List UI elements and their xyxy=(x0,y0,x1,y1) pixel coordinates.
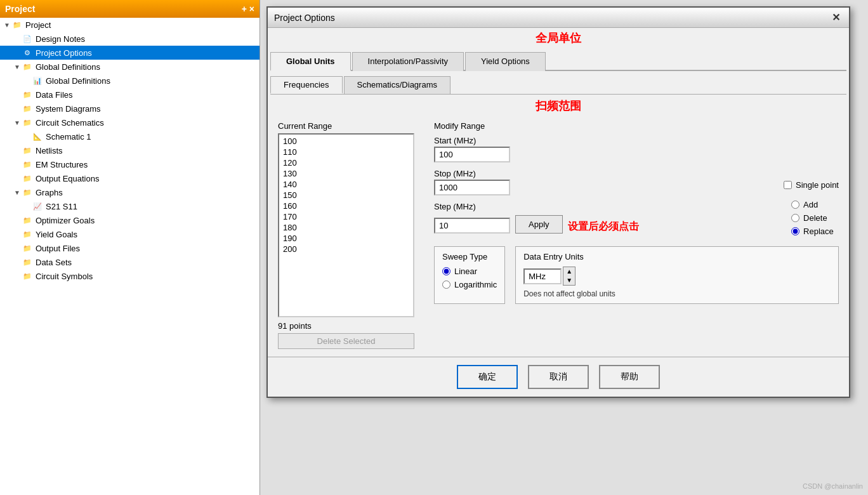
tree-item-graphs[interactable]: ▼📁Graphs xyxy=(0,185,260,199)
main-tab-bar: Global Units Interpolation/Passivity Yie… xyxy=(270,51,846,71)
single-point-group: Single point xyxy=(784,180,839,190)
replace-label: Replace xyxy=(803,227,834,236)
range-list-item[interactable]: 100 xyxy=(280,136,412,147)
icon-yield-goals: 📁 xyxy=(22,229,33,239)
tree-item-yield-goals[interactable]: 📁Yield Goals xyxy=(0,227,260,241)
tree-item-circuit-schematics[interactable]: ▼📁Circuit Schematics xyxy=(0,116,260,129)
tab-interpolation[interactable]: Interpolation/Passivity xyxy=(352,52,464,71)
dialog-content: Current Range 10011012013014015016017018… xyxy=(268,114,849,357)
range-list-item[interactable]: 160 xyxy=(280,201,412,211)
tree-item-s21-s11[interactable]: 📈S21 S11 xyxy=(0,199,260,213)
range-list-item[interactable]: 190 xyxy=(280,233,412,244)
panel-pin-icon[interactable]: + xyxy=(242,4,247,14)
icon-circuit-symbols: 📁 xyxy=(22,271,33,281)
expander-graphs[interactable]: ▼ xyxy=(13,188,22,197)
tab-global-units[interactable]: Global Units xyxy=(270,52,351,71)
single-point-label: Single point xyxy=(796,180,839,190)
stop-group: Stop (MHz) xyxy=(434,169,773,195)
range-listbox[interactable]: 100110120130140150160170180190200 xyxy=(278,133,414,317)
stop-input[interactable] xyxy=(434,180,510,195)
logarithmic-radio[interactable] xyxy=(442,280,450,289)
range-list-item[interactable]: 110 xyxy=(280,147,412,157)
dialog-close-button[interactable]: ✕ xyxy=(829,11,843,23)
tree-item-output-equations[interactable]: 📁Output Equations xyxy=(0,171,260,185)
step-input[interactable] xyxy=(434,218,510,234)
tree-item-design-notes[interactable]: 📄Design Notes xyxy=(0,32,260,46)
apply-button[interactable]: Apply xyxy=(515,215,563,234)
spinbox-arrows: ▲ ▼ xyxy=(563,267,575,286)
spinbox-up-button[interactable]: ▲ xyxy=(563,267,575,276)
expander-project-root[interactable]: ▼ xyxy=(3,20,11,29)
data-entry-input[interactable] xyxy=(523,268,562,284)
tree-item-data-sets[interactable]: 📁Data Sets xyxy=(0,255,260,269)
icon-output-equations: 📁 xyxy=(22,173,33,183)
label-global-defs-folder: Global Definitions xyxy=(36,62,100,72)
mid-right: Single point Add Delete xyxy=(784,136,839,240)
tab-yield-options[interactable]: Yield Options xyxy=(465,52,546,71)
panel-title: Project xyxy=(5,4,35,14)
tree-item-project-root[interactable]: ▼📁Project xyxy=(0,18,260,32)
step-label: Step (MHz) xyxy=(434,202,773,211)
sweep-annotation: 扫频范围 xyxy=(268,95,849,114)
tree-item-output-files[interactable]: 📁Output Files xyxy=(0,241,260,255)
tree-item-circuit-symbols[interactable]: 📁Circuit Symbols xyxy=(0,269,260,283)
range-list-item[interactable]: 150 xyxy=(280,190,412,201)
tree-item-em-structures[interactable]: 📁EM Structures xyxy=(0,157,260,171)
range-list-item[interactable]: 200 xyxy=(280,244,412,254)
panel-controls: + × xyxy=(242,4,254,14)
label-netlists: Netlists xyxy=(36,146,63,155)
subtab-schematics[interactable]: Schematics/Diagrams xyxy=(344,76,450,94)
label-global-defs-item: Global Definitions xyxy=(46,76,110,86)
confirm-button[interactable]: 确定 xyxy=(457,365,518,389)
step-group: Step (MHz) Apply 设置后必须点击 xyxy=(434,202,773,234)
linear-radio[interactable] xyxy=(442,267,450,275)
delete-radio[interactable] xyxy=(791,214,799,222)
subtab-frequencies[interactable]: Frequencies xyxy=(270,76,343,94)
replace-radio[interactable] xyxy=(791,227,799,235)
expander-circuit-schematics[interactable]: ▼ xyxy=(13,118,22,127)
tree-item-data-files[interactable]: 📁Data Files xyxy=(0,88,260,102)
delete-selected-button[interactable]: Delete Selected xyxy=(278,333,414,349)
icon-project-root: 📁 xyxy=(11,20,23,30)
tree-item-global-defs-item[interactable]: 📊Global Definitions xyxy=(0,74,260,88)
single-point-checkbox[interactable] xyxy=(784,181,792,189)
icon-global-defs-folder: 📁 xyxy=(22,62,33,72)
cancel-button[interactable]: 取消 xyxy=(528,365,589,389)
help-button[interactable]: 帮助 xyxy=(599,365,660,389)
tree-item-schematic-1[interactable]: 📐Schematic 1 xyxy=(0,129,260,143)
label-project-root: Project xyxy=(25,20,51,30)
icon-graphs: 📁 xyxy=(22,187,33,197)
label-graphs: Graphs xyxy=(36,188,63,197)
tree-item-system-diagrams[interactable]: 📁System Diagrams xyxy=(0,102,260,116)
replace-radio-item: Replace xyxy=(791,227,839,236)
range-list-item[interactable]: 170 xyxy=(280,211,412,222)
range-list-item[interactable]: 120 xyxy=(280,157,412,168)
range-list-item[interactable]: 180 xyxy=(280,222,412,233)
data-entry-title: Data Entry Units xyxy=(523,252,831,261)
icon-s21-s11: 📈 xyxy=(32,201,43,211)
label-output-files: Output Files xyxy=(36,244,80,253)
icon-data-sets: 📁 xyxy=(22,257,33,267)
expander-global-defs-folder[interactable]: ▼ xyxy=(13,62,22,71)
label-data-files: Data Files xyxy=(36,90,73,100)
mid-row: Start (MHz) Stop (MHz) Step (MHz) xyxy=(434,136,839,240)
panel-header: Project + × xyxy=(0,0,260,18)
tree-item-project-options[interactable]: ⚙Project Options xyxy=(0,46,260,60)
panel-close-icon[interactable]: × xyxy=(249,4,254,14)
left-panel: Project + × ▼📁Project📄Design Notes⚙Proje… xyxy=(0,0,260,495)
dialog-overlay: Project Options ✕ 全局单位 Global Units Inte… xyxy=(260,0,868,495)
range-list-item[interactable]: 130 xyxy=(280,168,412,179)
add-radio[interactable] xyxy=(791,201,799,209)
icon-system-diagrams: 📁 xyxy=(22,103,33,114)
range-list-item[interactable]: 140 xyxy=(280,179,412,190)
tree-item-netlists[interactable]: 📁Netlists xyxy=(0,143,260,157)
start-input[interactable] xyxy=(434,147,510,162)
bottom-section: Sweep Type Linear Logarithmic Dat xyxy=(434,246,839,304)
add-radio-item: Add xyxy=(791,200,839,209)
tree-item-global-defs-folder[interactable]: ▼📁Global Definitions xyxy=(0,60,260,74)
tree-item-optimizer-goals[interactable]: 📁Optimizer Goals xyxy=(0,213,260,227)
sweep-type-title: Sweep Type xyxy=(442,252,497,261)
project-options-dialog: Project Options ✕ 全局单位 Global Units Inte… xyxy=(266,6,850,398)
dialog-titlebar: Project Options ✕ xyxy=(268,8,849,28)
spinbox-down-button[interactable]: ▼ xyxy=(563,276,575,285)
